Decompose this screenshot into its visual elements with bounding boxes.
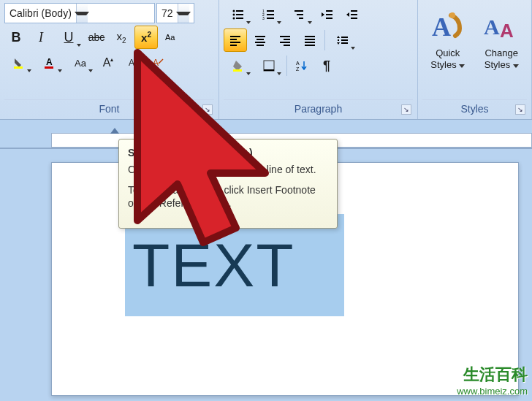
font-name-combo[interactable]: Calibri (Body) — [4, 3, 155, 23]
svg-rect-17 — [294, 10, 303, 12]
svg-rect-20 — [326, 10, 332, 12]
subscript-button[interactable]: x2 — [110, 26, 133, 49]
svg-rect-31 — [256, 39, 264, 40]
font-color-button[interactable]: A — [35, 51, 64, 75]
svg-rect-30 — [255, 36, 265, 37]
superscript-button[interactable]: x2 — [134, 26, 158, 49]
document-text: TEXT — [125, 230, 295, 301]
show-marks-button[interactable]: ¶ — [315, 54, 338, 77]
align-left-button[interactable] — [224, 28, 247, 52]
decrease-indent-button[interactable] — [316, 3, 339, 26]
font-size-combo[interactable]: 72 — [156, 3, 194, 23]
decrease-indent-icon — [321, 8, 334, 21]
highlight-button[interactable] — [4, 51, 34, 75]
bold-button[interactable]: B — [4, 26, 28, 49]
separator — [324, 30, 325, 50]
multilevel-button[interactable] — [285, 3, 314, 26]
svg-rect-1 — [14, 66, 23, 69]
chevron-down-icon — [75, 12, 89, 15]
svg-rect-39 — [305, 39, 315, 40]
text-effects-button[interactable]: Aa — [66, 51, 95, 75]
watermark-url: www.bimeiz.com — [457, 386, 528, 397]
italic-button[interactable]: I — [29, 26, 53, 49]
svg-rect-6 — [236, 10, 243, 12]
sort-icon: AZ — [295, 59, 308, 72]
font-group-label: Font ↘ — [4, 99, 214, 119]
font-name-dropdown-button[interactable] — [76, 4, 88, 23]
svg-text:A: A — [153, 58, 159, 68]
svg-rect-38 — [305, 36, 315, 37]
bullets-icon — [232, 8, 245, 21]
svg-rect-14 — [267, 14, 274, 15]
svg-rect-40 — [305, 42, 315, 43]
svg-text:A: A — [500, 20, 514, 42]
font-name-value: Calibri (Body) — [5, 7, 76, 19]
pilcrow-icon: ¶ — [323, 58, 330, 74]
styles-dialog-launcher[interactable]: ↘ — [515, 104, 525, 115]
tooltip-line1: Create small letters above the line of t… — [128, 163, 328, 176]
shrink-font-button[interactable]: A▾ — [121, 51, 145, 75]
align-left-icon — [229, 34, 242, 47]
justify-button[interactable] — [298, 28, 322, 52]
svg-rect-16 — [267, 18, 274, 19]
paragraph-dialog-launcher[interactable]: ↘ — [401, 104, 411, 115]
line-spacing-button[interactable] — [328, 28, 357, 52]
paragraph-group: 123 AZ ¶ Paragraph — [219, 0, 418, 119]
sort-button[interactable]: AZ — [290, 54, 314, 77]
change-styles-icon: A A — [484, 9, 519, 45]
clear-format-button[interactable]: A — [146, 51, 170, 75]
align-right-icon — [278, 34, 292, 47]
styles-group: A Quick Styles A A Change Styles St — [418, 0, 532, 119]
shading-button[interactable] — [224, 54, 253, 77]
ribbon: Calibri (Body) 72 B I U abc x2 x2 Aa — [0, 0, 532, 120]
change-styles-button[interactable]: A A Change Styles — [476, 3, 528, 83]
svg-rect-3 — [45, 66, 53, 69]
font-group: Calibri (Body) 72 B I U abc x2 x2 Aa — [0, 0, 219, 119]
svg-rect-44 — [341, 39, 348, 41]
font-size-dropdown-button[interactable] — [178, 4, 189, 23]
numbering-icon: 123 — [262, 8, 276, 21]
multilevel-icon — [293, 8, 306, 21]
align-center-button[interactable] — [248, 28, 272, 52]
grow-font-button[interactable]: A▴ — [96, 51, 120, 75]
chevron-down-icon — [308, 21, 312, 24]
svg-rect-35 — [284, 39, 290, 40]
svg-rect-10 — [236, 18, 243, 19]
quick-styles-icon: A — [430, 9, 466, 45]
svg-rect-26 — [230, 36, 240, 37]
font-size-value: 72 — [157, 7, 178, 19]
svg-rect-42 — [338, 39, 339, 41]
chevron-down-icon — [88, 69, 93, 72]
line-spacing-icon — [336, 34, 349, 47]
chevron-down-icon — [277, 72, 281, 75]
svg-rect-34 — [280, 36, 290, 37]
tooltip-line2: To create a footnote, click Insert Footn… — [128, 183, 328, 210]
svg-rect-27 — [230, 39, 237, 40]
svg-rect-23 — [351, 10, 357, 12]
highlight-icon — [12, 56, 26, 69]
borders-icon — [262, 59, 276, 72]
svg-text:3: 3 — [262, 16, 265, 20]
svg-point-52 — [449, 12, 455, 18]
svg-text:A: A — [484, 15, 500, 39]
change-case-button[interactable]: Aa — [159, 26, 183, 49]
increase-indent-icon — [346, 8, 359, 21]
watermark-brand: 生活百科 — [457, 364, 528, 386]
increase-indent-button[interactable] — [341, 3, 364, 26]
underline-button[interactable]: U — [54, 26, 83, 49]
strikethrough-button[interactable]: abc — [85, 26, 108, 49]
borders-button[interactable] — [254, 54, 284, 77]
chevron-down-icon — [277, 21, 281, 24]
text-box[interactable]: TEXT — [125, 214, 344, 316]
align-right-button[interactable] — [273, 28, 297, 52]
font-dialog-launcher[interactable]: ↘ — [202, 104, 213, 115]
svg-text:A: A — [432, 12, 451, 42]
quick-styles-button[interactable]: A Quick Styles — [422, 3, 474, 83]
bullets-button[interactable] — [224, 3, 253, 26]
svg-point-7 — [233, 14, 235, 16]
svg-rect-48 — [264, 69, 274, 71]
chevron-down-icon — [246, 72, 251, 75]
svg-rect-21 — [326, 14, 332, 15]
svg-rect-36 — [280, 42, 290, 43]
numbering-button[interactable]: 123 — [254, 3, 284, 26]
